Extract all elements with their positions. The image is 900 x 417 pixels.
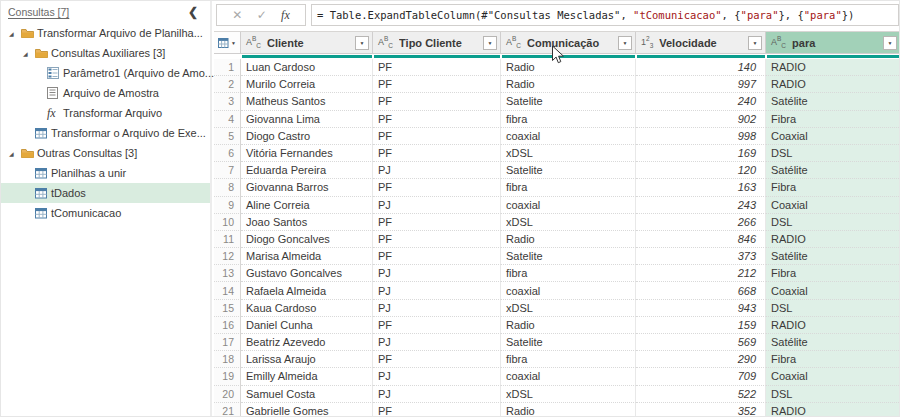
cell-cliente[interactable]: Gustavo Goncalves — [241, 265, 373, 282]
column-header-velocidade[interactable]: 123Velocidade▼ — [636, 32, 766, 54]
column-filter-dropdown[interactable]: ▼ — [355, 36, 369, 50]
cell-cliente[interactable]: Gabrielle Gomes — [241, 403, 373, 417]
cell-cliente[interactable]: Daniel Cunha — [241, 317, 373, 334]
row-number[interactable]: 20 — [214, 386, 241, 403]
cell-comunica-o[interactable]: Radio — [501, 317, 636, 334]
cell-cliente[interactable]: Diogo Castro — [241, 128, 373, 145]
cell-comunica-o[interactable]: coaxial — [501, 197, 636, 214]
row-number[interactable]: 17 — [214, 334, 241, 351]
column-header-tipo-cliente[interactable]: ABCTipo Cliente▼ — [373, 32, 501, 54]
cell-velocidade[interactable]: 352 — [636, 403, 766, 417]
cell-cliente[interactable]: Matheus Santos — [241, 93, 373, 110]
cell-tipo-cliente[interactable]: PF — [373, 317, 501, 334]
cell-cliente[interactable]: Vitória Fernandes — [241, 145, 373, 162]
row-number[interactable]: 18 — [214, 351, 241, 368]
cell-para[interactable]: RADIO — [766, 317, 900, 334]
cell-comunica-o[interactable]: xDSL — [501, 386, 636, 403]
cell-para[interactable]: Satélite — [766, 162, 900, 179]
cell-comunica-o[interactable]: coaxial — [501, 368, 636, 385]
cell-velocidade[interactable]: 120 — [636, 162, 766, 179]
row-number[interactable]: 2 — [214, 76, 241, 93]
cell-comunica-o[interactable]: Radio — [501, 59, 636, 76]
cell-cliente[interactable]: Giovanna Lima — [241, 111, 373, 128]
cell-cliente[interactable]: Beatriz Azevedo — [241, 334, 373, 351]
query-item-transformar-arquivo[interactable]: fx Transformar Arquivo — [1, 103, 210, 123]
cell-para[interactable]: Coaxial — [766, 128, 900, 145]
fx-icon[interactable]: fx — [281, 8, 290, 23]
cell-velocidade[interactable]: 266 — [636, 214, 766, 231]
cell-cliente[interactable]: Luan Cardoso — [241, 59, 373, 76]
row-number[interactable]: 5 — [214, 128, 241, 145]
cell-velocidade[interactable]: 140 — [636, 59, 766, 76]
cell-tipo-cliente[interactable]: PJ — [373, 386, 501, 403]
expander-icon[interactable]: ◢ — [9, 150, 21, 157]
query-item-outras-consultas-3[interactable]: ◢ Outras Consultas [3] — [1, 143, 210, 163]
cell-tipo-cliente[interactable]: PJ — [373, 368, 501, 385]
query-item-planilhas-a-unir[interactable]: Planilhas a unir — [1, 163, 210, 183]
expander-icon[interactable]: ◢ — [9, 30, 21, 37]
cell-cliente[interactable]: Samuel Costa — [241, 386, 373, 403]
row-number[interactable]: 14 — [214, 282, 241, 299]
cell-tipo-cliente[interactable]: PF — [373, 145, 501, 162]
cell-velocidade[interactable]: 522 — [636, 386, 766, 403]
cell-tipo-cliente[interactable]: PF — [373, 403, 501, 417]
cell-tipo-cliente[interactable]: PJ — [373, 282, 501, 299]
row-number[interactable]: 21 — [214, 403, 241, 417]
cell-velocidade[interactable]: 373 — [636, 248, 766, 265]
cell-cliente[interactable]: Eduarda Pereira — [241, 162, 373, 179]
cell-tipo-cliente[interactable]: PF — [373, 59, 501, 76]
cell-para[interactable]: Coaxial — [766, 368, 900, 385]
cell-para[interactable]: Fibra — [766, 265, 900, 282]
query-item-tdados[interactable]: tDados — [1, 183, 210, 203]
cell-cliente[interactable]: Joao Santos — [241, 214, 373, 231]
query-item-transformar-arquivo-de-planilha[interactable]: ◢ Transformar Arquivo de Planilha... — [1, 23, 210, 43]
cell-para[interactable]: RADIO — [766, 403, 900, 417]
cell-comunica-o[interactable]: fibra — [501, 111, 636, 128]
cell-comunica-o[interactable]: Radio — [501, 403, 636, 417]
cell-velocidade[interactable]: 240 — [636, 93, 766, 110]
cell-cliente[interactable]: Murilo Correia — [241, 76, 373, 93]
cell-tipo-cliente[interactable]: PF — [373, 93, 501, 110]
cell-velocidade[interactable]: 998 — [636, 128, 766, 145]
row-number[interactable]: 12 — [214, 248, 241, 265]
commit-formula-icon[interactable]: ✓ — [257, 8, 267, 22]
row-number[interactable]: 8 — [214, 179, 241, 196]
cell-cliente[interactable]: Diogo Goncalves — [241, 231, 373, 248]
cell-tipo-cliente[interactable]: PF — [373, 128, 501, 145]
cell-velocidade[interactable]: 159 — [636, 317, 766, 334]
cell-tipo-cliente[interactable]: PF — [373, 231, 501, 248]
row-number[interactable]: 19 — [214, 368, 241, 385]
row-number[interactable]: 15 — [214, 300, 241, 317]
cell-para[interactable]: Coaxial — [766, 197, 900, 214]
column-header-comunica-o[interactable]: ABCComunicação▼ — [501, 32, 636, 54]
query-item-arquivo-de-amostra[interactable]: Arquivo de Amostra — [1, 83, 210, 103]
row-number[interactable]: 13 — [214, 265, 241, 282]
cell-velocidade[interactable]: 668 — [636, 282, 766, 299]
cell-velocidade[interactable]: 943 — [636, 300, 766, 317]
row-number[interactable]: 9 — [214, 197, 241, 214]
row-number[interactable]: 3 — [214, 93, 241, 110]
row-number[interactable]: 6 — [214, 145, 241, 162]
row-number[interactable]: 10 — [214, 214, 241, 231]
cell-tipo-cliente[interactable]: PJ — [373, 162, 501, 179]
cell-cliente[interactable]: Kaua Cardoso — [241, 300, 373, 317]
collapse-pane-icon[interactable]: ❮ — [188, 5, 204, 19]
cell-cliente[interactable]: Aline Correia — [241, 197, 373, 214]
cell-cliente[interactable]: Rafaela Almeida — [241, 282, 373, 299]
cell-tipo-cliente[interactable]: PF — [373, 248, 501, 265]
cell-para[interactable]: RADIO — [766, 231, 900, 248]
select-all-corner[interactable]: ▼ — [214, 32, 241, 54]
cell-para[interactable]: DSL — [766, 386, 900, 403]
row-number[interactable]: 4 — [214, 111, 241, 128]
cell-cliente[interactable]: Larissa Araujo — [241, 351, 373, 368]
cell-cliente[interactable]: Emilly Almeida — [241, 368, 373, 385]
row-number[interactable]: 1 — [214, 59, 241, 76]
column-filter-dropdown[interactable]: ▼ — [618, 36, 632, 50]
cell-velocidade[interactable]: 243 — [636, 197, 766, 214]
cell-para[interactable]: Satélite — [766, 334, 900, 351]
cell-tipo-cliente[interactable]: PF — [373, 111, 501, 128]
column-filter-dropdown[interactable]: ▼ — [483, 36, 497, 50]
cell-comunica-o[interactable]: Radio — [501, 231, 636, 248]
cell-tipo-cliente[interactable]: PF — [373, 179, 501, 196]
cell-tipo-cliente[interactable]: PJ — [373, 334, 501, 351]
